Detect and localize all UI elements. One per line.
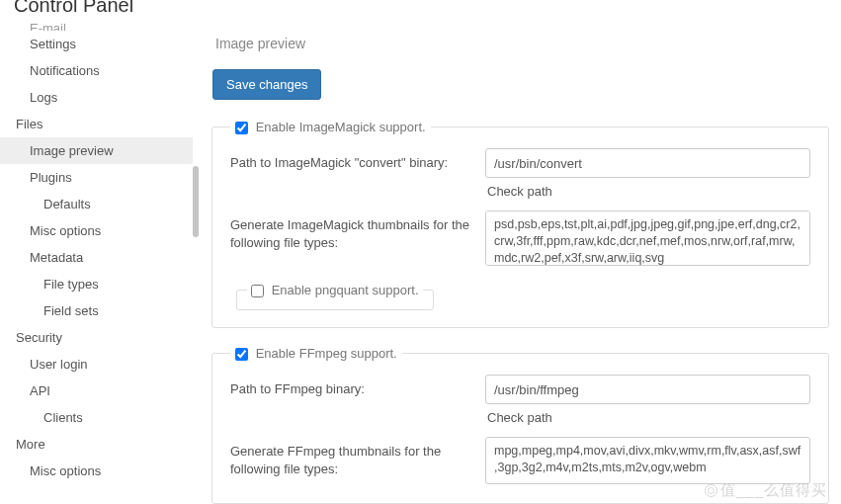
nav-item-user-login[interactable]: User login: [0, 351, 193, 378]
save-button[interactable]: Save changes: [212, 69, 321, 100]
ffmpeg-enable-checkbox[interactable]: [235, 348, 248, 361]
ffmpeg-types-input[interactable]: [485, 437, 810, 484]
nav-item-notifications[interactable]: Notifications: [0, 57, 193, 84]
nav-item-image-preview[interactable]: Image preview: [0, 137, 193, 164]
ffmpeg-path-input[interactable]: [485, 375, 810, 404]
nav-item-api[interactable]: API: [0, 378, 193, 404]
nav-item-misc-options[interactable]: Misc options: [0, 217, 193, 244]
imagemagick-legend-text: Enable ImageMagick support.: [256, 120, 426, 134]
imagemagick-types-label: Generate ImageMagick thumbnails for the …: [230, 210, 477, 251]
nav-item-more[interactable]: More: [0, 431, 193, 458]
nav-list: E-mailSettingsNotificationsLogsFilesImag…: [0, 21, 193, 484]
imagemagick-check-path-link[interactable]: Check path: [485, 178, 552, 203]
ffmpeg-types-label: Generate FFmpeg thumbnails for the follo…: [230, 437, 477, 477]
imagemagick-enable-checkbox[interactable]: [235, 122, 248, 134]
main-panel: Image preview Save changes Enable ImageM…: [211, 0, 829, 504]
imagemagick-group: Enable ImageMagick support. Path to Imag…: [211, 120, 829, 328]
breadcrumb: Image preview: [211, 10, 829, 69]
ffmpeg-check-path-link[interactable]: Check path: [485, 404, 552, 429]
pngquant-enable-checkbox[interactable]: [251, 285, 264, 297]
pngquant-legend-text: Enable pngquant support.: [272, 283, 419, 297]
imagemagick-path-label: Path to ImageMagick "convert" binary:: [230, 148, 477, 172]
nav-item-plugins[interactable]: Plugins: [0, 164, 193, 191]
nav-item-defaults[interactable]: Defaults: [0, 191, 193, 217]
nav-item-clients[interactable]: Clients: [0, 404, 193, 431]
ffmpeg-group: Enable FFmpeg support. Path to FFmpeg bi…: [211, 346, 829, 504]
nav-item-misc-options[interactable]: Misc options: [0, 458, 193, 484]
nav-item-settings[interactable]: Settings: [0, 31, 193, 57]
ffmpeg-toggle-label[interactable]: Enable FFmpeg support.: [235, 346, 397, 361]
imagemagick-path-input[interactable]: [485, 148, 810, 178]
sidebar-scrollbar[interactable]: [193, 166, 199, 237]
nav-item-field-sets[interactable]: Field sets: [0, 297, 193, 324]
pngquant-group: Enable pngquant support.: [236, 283, 434, 310]
sidebar: Control Panel E-mailSettingsNotification…: [0, 0, 193, 504]
imagemagick-types-input[interactable]: [485, 210, 810, 266]
nav-item-logs[interactable]: Logs: [0, 84, 193, 111]
ffmpeg-path-label: Path to FFmpeg binary:: [230, 375, 477, 398]
nav-item-file-types[interactable]: File types: [0, 271, 193, 297]
nav-item-files[interactable]: Files: [0, 111, 193, 137]
nav-item-metadata[interactable]: Metadata: [0, 244, 193, 271]
nav-item-e-mail[interactable]: E-mail: [0, 21, 193, 31]
pngquant-toggle-label[interactable]: Enable pngquant support.: [251, 283, 419, 297]
nav-item-security[interactable]: Security: [0, 324, 193, 351]
ffmpeg-legend-text: Enable FFmpeg support.: [256, 346, 397, 361]
imagemagick-toggle-label[interactable]: Enable ImageMagick support.: [235, 120, 426, 134]
